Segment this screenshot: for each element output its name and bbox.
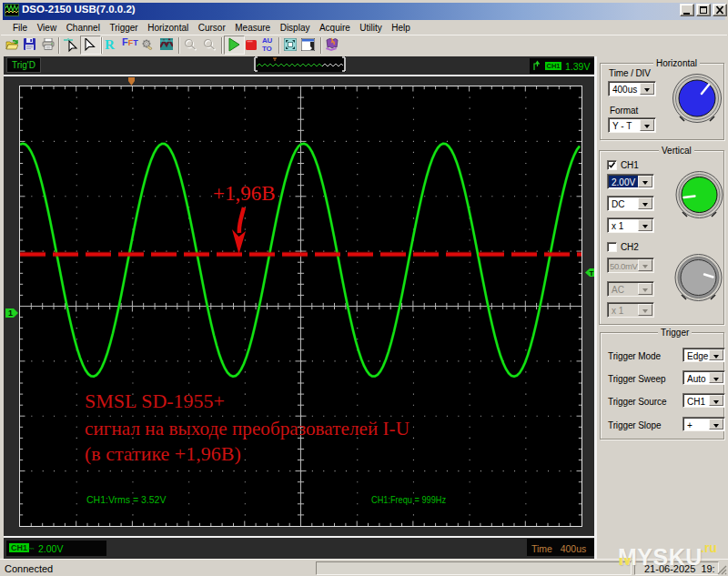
- svg-text:CH1:Vrms = 3.52V: CH1:Vrms = 3.52V: [86, 494, 166, 505]
- svg-text:T: T: [590, 269, 594, 278]
- svg-text:1: 1: [8, 308, 13, 318]
- svg-text:SMSL SD-1955+: SMSL SD-1955+: [85, 389, 225, 412]
- svg-text:сигнал на выходе преобразовате: сигнал на выходе преобразователей I-U: [85, 417, 410, 440]
- svg-text:CH1:Frequ = 999Hz: CH1:Frequ = 999Hz: [371, 494, 446, 505]
- svg-text:(в статике +1,96В): (в статике +1,96В): [85, 442, 241, 465]
- svg-text:+1,96В: +1,96В: [213, 182, 276, 205]
